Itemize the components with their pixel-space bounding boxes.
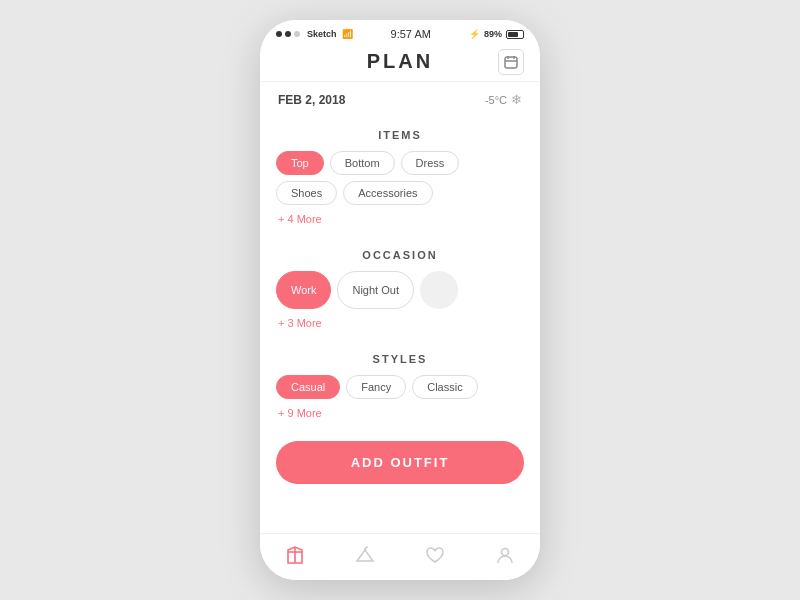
- snowflake-icon: ❄: [511, 92, 522, 107]
- occasion-more-link[interactable]: + 3 More: [278, 317, 524, 329]
- occasion-section-title: OCCASION: [276, 249, 524, 261]
- main-content: ITEMS Top Bottom Dress Shoes Accessories…: [260, 113, 540, 533]
- tag-classic[interactable]: Classic: [412, 375, 477, 399]
- tag-bottom[interactable]: Bottom: [330, 151, 395, 175]
- add-outfit-button[interactable]: ADD OUTFIT: [276, 441, 524, 484]
- styles-tags-row: Casual Fancy Classic: [276, 375, 524, 399]
- bottom-nav: [260, 533, 540, 580]
- temperature-label: -5°C: [485, 94, 507, 106]
- status-time: 9:57 AM: [391, 28, 431, 40]
- signal-dot-2: [285, 31, 291, 37]
- status-left: Sketch 📶: [276, 29, 353, 39]
- date-row: FEB 2, 2018 -5°C ❄: [260, 82, 540, 113]
- occasion-placeholder-circle: [420, 271, 458, 309]
- items-tags-row: Top Bottom Dress Shoes Accessories: [276, 151, 524, 205]
- phone-frame: Sketch 📶 9:57 AM ⚡ 89% PLAN FEB 2, 2018: [260, 20, 540, 580]
- wifi-icon: 📶: [342, 29, 353, 39]
- nav-profile[interactable]: [494, 544, 516, 566]
- weather-info: -5°C ❄: [485, 92, 522, 107]
- tag-top[interactable]: Top: [276, 151, 324, 175]
- nav-hanger[interactable]: [354, 544, 376, 566]
- occasion-section: OCCASION Work Night Out + 3 More: [260, 239, 540, 343]
- carrier-label: Sketch: [307, 29, 337, 39]
- tag-night-out[interactable]: Night Out: [337, 271, 413, 309]
- bluetooth-icon: ⚡: [469, 29, 480, 39]
- styles-section-title: STYLES: [276, 353, 524, 365]
- occasion-tags-row: Work Night Out: [276, 271, 524, 309]
- signal-dot-1: [276, 31, 282, 37]
- battery-icon: [506, 30, 524, 39]
- tag-dress[interactable]: Dress: [401, 151, 460, 175]
- tag-work[interactable]: Work: [276, 271, 331, 309]
- items-section: ITEMS Top Bottom Dress Shoes Accessories…: [260, 119, 540, 239]
- items-section-title: ITEMS: [276, 129, 524, 141]
- nav-wardrobe[interactable]: [284, 544, 306, 566]
- battery-percentage: 89%: [484, 29, 502, 39]
- svg-rect-0: [505, 57, 517, 68]
- styles-more-link[interactable]: + 9 More: [278, 407, 524, 419]
- tag-fancy[interactable]: Fancy: [346, 375, 406, 399]
- date-label: FEB 2, 2018: [278, 93, 345, 107]
- status-bar: Sketch 📶 9:57 AM ⚡ 89%: [260, 20, 540, 44]
- status-right: ⚡ 89%: [469, 29, 524, 39]
- nav-favorites[interactable]: [424, 544, 446, 566]
- svg-point-7: [502, 549, 509, 556]
- tag-accessories[interactable]: Accessories: [343, 181, 432, 205]
- tag-casual[interactable]: Casual: [276, 375, 340, 399]
- calendar-button[interactable]: [498, 49, 524, 75]
- items-more-link[interactable]: + 4 More: [278, 213, 524, 225]
- signal-dot-3: [294, 31, 300, 37]
- app-header: PLAN: [260, 44, 540, 82]
- styles-section: STYLES Casual Fancy Classic + 9 More: [260, 343, 540, 433]
- page-title: PLAN: [367, 50, 433, 73]
- tag-shoes[interactable]: Shoes: [276, 181, 337, 205]
